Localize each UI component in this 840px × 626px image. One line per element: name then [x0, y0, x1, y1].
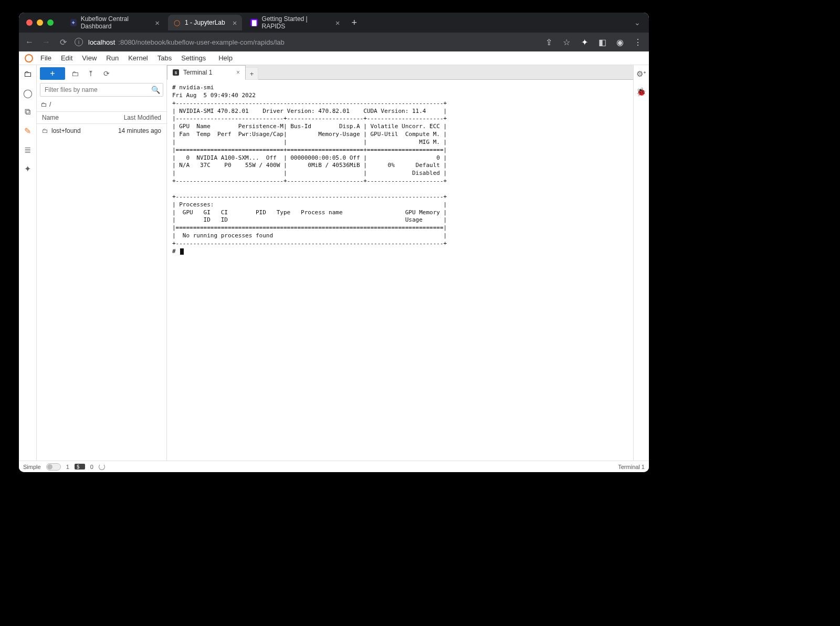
tab-close-icon[interactable]: ×	[233, 18, 237, 27]
terminals-count: 1	[66, 464, 69, 470]
menu-run[interactable]: Run	[101, 54, 123, 62]
activity-bar: 🗀 ◯ ⧉ ✎ ≣ ✦	[19, 65, 37, 461]
new-folder-icon[interactable]: 🗀	[69, 69, 81, 78]
browser-tab-jupyterlab[interactable]: ◯ 1 - JupyterLab ×	[168, 15, 242, 30]
browser-tab-rapids[interactable]: ▇ Getting Started | RAPIDS ×	[245, 15, 345, 30]
menu-view[interactable]: View	[77, 54, 101, 62]
main-area: $ Terminal 1 × + # nvidia-smi Fri Aug 5 …	[167, 65, 633, 461]
reload-button[interactable]: ⟳	[58, 37, 68, 47]
extension-icon[interactable]: ✦	[22, 163, 34, 174]
terminal-pane[interactable]: # nvidia-smi Fri Aug 5 09:49:40 2022 +--…	[167, 80, 633, 461]
browser-toolbar: ← → ⟳ i localhost:8080/notebook/kubeflow…	[19, 33, 649, 51]
site-info-icon[interactable]: i	[75, 38, 83, 46]
file-modified: 14 minutes ago	[118, 127, 161, 134]
commands-icon[interactable]: ⧉	[22, 106, 34, 118]
dock-tabs: $ Terminal 1 × +	[167, 65, 633, 80]
right-sidebar: ⚙ᐩ 🐞	[633, 65, 649, 461]
window-controls	[26, 19, 54, 26]
menu-settings[interactable]: Settings	[176, 54, 211, 62]
search-icon: 🔍	[151, 86, 160, 94]
tab-terminal-1[interactable]: $ Terminal 1 ×	[167, 65, 246, 80]
bookmark-icon[interactable]: ☆	[561, 37, 572, 47]
favicon-kubeflow: ✦	[70, 19, 77, 26]
extensions-icon[interactable]: ✦	[579, 37, 590, 47]
menu-file[interactable]: File	[36, 54, 56, 62]
file-browser-panel: + 🗀 ⤒ ⟳ 🔍 🗀 / Name Last Modified	[37, 65, 167, 461]
add-tab-button[interactable]: +	[246, 67, 258, 80]
tab-title: 1 - JupyterLab	[185, 19, 225, 26]
tab-close-icon[interactable]: ×	[155, 18, 160, 27]
browser-tabstrip: ✦ Kubeflow Central Dashboard × ◯ 1 - Jup…	[19, 13, 649, 33]
file-filter: 🔍	[40, 83, 163, 97]
jupyter-body: 🗀 ◯ ⧉ ✎ ≣ ✦ + 🗀 ⤒ ⟳ 🔍 🗀	[19, 65, 649, 461]
jupyterlab-app: File Edit View Run Kernel Tabs Settings …	[19, 51, 649, 472]
address-bar[interactable]: i localhost:8080/notebook/kubeflow-user-…	[75, 38, 285, 46]
col-modified[interactable]: Last Modified	[124, 114, 161, 121]
terminal-icon: $	[173, 69, 179, 76]
status-bar: Simple 1 $_ 0 Terminal 1	[19, 461, 649, 472]
menubar: File Edit View Run Kernel Tabs Settings …	[19, 51, 649, 65]
menu-help[interactable]: Help	[214, 54, 237, 62]
browser-window: ✦ Kubeflow Central Dashboard × ◯ 1 - Jup…	[19, 13, 649, 472]
folder-icon: 🗀	[42, 127, 48, 134]
property-inspector-icon[interactable]: ⚙ᐩ	[636, 69, 646, 79]
breadcrumb-root: /	[49, 101, 51, 108]
busy-icon	[99, 464, 105, 470]
cursor	[180, 248, 184, 255]
tabs-overflow-button[interactable]: ⌄	[629, 18, 646, 27]
refresh-icon[interactable]: ⟳	[101, 69, 112, 78]
menu-tabs[interactable]: Tabs	[153, 54, 176, 62]
url-host: localhost	[88, 38, 115, 46]
folder-icon: 🗀	[41, 101, 47, 108]
close-window-button[interactable]	[26, 19, 33, 26]
menu-edit[interactable]: Edit	[56, 54, 77, 62]
new-launcher-button[interactable]: +	[40, 67, 65, 80]
folder-icon[interactable]: 🗀	[22, 68, 34, 80]
simple-label: Simple	[23, 464, 41, 470]
file-toolbar: + 🗀 ⤒ ⟳	[37, 65, 166, 82]
mode-label: Terminal 1	[618, 464, 645, 470]
filter-input[interactable]	[40, 83, 163, 97]
kernels-count: 0	[90, 464, 93, 470]
breadcrumb[interactable]: 🗀 /	[37, 100, 166, 111]
toc-icon[interactable]: ≣	[22, 144, 34, 155]
terminal-badge: $_	[75, 464, 85, 470]
jupyter-logo[interactable]	[22, 51, 36, 65]
share-icon[interactable]: ⇪	[543, 37, 554, 47]
simple-toggle[interactable]	[46, 463, 61, 471]
url-path: :8080/notebook/kubeflow-user-example-com…	[118, 38, 285, 46]
forward-button[interactable]: →	[41, 37, 51, 47]
running-icon[interactable]: ◯	[22, 87, 34, 99]
new-tab-button[interactable]: +	[348, 17, 360, 28]
debugger-icon[interactable]: 🐞	[636, 87, 646, 97]
minimize-window-button[interactable]	[37, 19, 43, 26]
tab-close-icon[interactable]: ×	[335, 18, 340, 27]
tab-close-icon[interactable]: ×	[236, 69, 240, 76]
browser-tab-kubeflow[interactable]: ✦ Kubeflow Central Dashboard ×	[65, 15, 165, 30]
tab-title: Getting Started | RAPIDS	[262, 15, 328, 30]
menu-kernel[interactable]: Kernel	[123, 54, 153, 62]
col-name[interactable]: Name	[42, 114, 59, 121]
nvdashboard-icon[interactable]: ✎	[22, 125, 34, 137]
terminal-output: # nvidia-smi Fri Aug 5 09:49:40 2022 +--…	[172, 84, 628, 256]
sidepanel-icon[interactable]: ◧	[596, 37, 608, 47]
profile-icon[interactable]: ◉	[614, 37, 626, 47]
tab-title: Kubeflow Central Dashboard	[81, 15, 148, 30]
file-name: lost+found	[51, 127, 81, 134]
zoom-window-button[interactable]	[47, 19, 54, 26]
upload-icon[interactable]: ⤒	[85, 69, 97, 78]
menu-icon[interactable]: ⋮	[632, 37, 644, 47]
favicon-rapids: ▇	[250, 19, 257, 26]
back-button[interactable]: ←	[24, 37, 35, 47]
file-row[interactable]: 🗀lost+found 14 minutes ago	[37, 124, 166, 138]
favicon-jupyter: ◯	[173, 19, 181, 26]
file-list-header: Name Last Modified	[37, 111, 166, 124]
tab-title: Terminal 1	[183, 69, 212, 76]
